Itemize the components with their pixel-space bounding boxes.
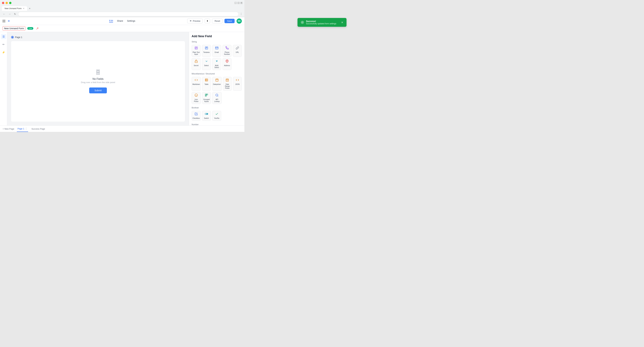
switch-label: Switch: [204, 117, 209, 119]
field-json[interactable]: JSON: [233, 77, 242, 91]
field-switch[interactable]: Switch: [202, 111, 211, 121]
browser-maximize-btn[interactable]: [9, 2, 12, 4]
header-left: ≡: [2, 19, 10, 23]
field-address[interactable]: Address: [222, 58, 232, 70]
phone-number-icon: [226, 46, 229, 50]
select-icon: [205, 59, 208, 64]
field-plain-text-input[interactable]: Plain Text Input: [192, 45, 200, 57]
markdown-icon: [194, 78, 198, 82]
svg-point-33: [206, 114, 207, 114]
sidebar-icon-code[interactable]: ⚡: [1, 50, 6, 55]
header-right: 👁 Preview ⬆ Reset Save BB: [187, 18, 242, 24]
grid-icon[interactable]: [2, 20, 6, 22]
browser-tab[interactable]: New Unmand Form ✕: [2, 6, 27, 11]
sidebar-icon-style[interactable]: ✏: [1, 42, 6, 47]
nav-back-btn[interactable]: ←: [2, 12, 6, 16]
browser-chrome: – □ ✕ New Unmand Form ✕ + ← → ↻ ⋮: [0, 0, 244, 17]
textarea-label: Textarea: [203, 51, 210, 53]
header-center-nav: Edit Share Settings: [109, 19, 135, 23]
field-api-lookup[interactable]: API Lookup: [212, 92, 222, 104]
tab-close-icon[interactable]: ✕: [23, 7, 24, 10]
checkbox-icon: [194, 112, 198, 116]
url-icon: [236, 46, 239, 50]
right-panel: Add New Field String Plain Text Input Te…: [189, 32, 244, 125]
svg-rect-29: [205, 95, 206, 96]
tab-add-btn[interactable]: +: [28, 6, 32, 10]
success-page-tab[interactable]: Success Page: [31, 126, 46, 131]
section-label-number: Number: [192, 123, 242, 125]
email-label: Email: [215, 51, 219, 53]
nav-settings-tab[interactable]: Settings: [127, 19, 135, 22]
arrow-indicator: ↗: [36, 26, 39, 30]
tab-label: New Unmand Form: [4, 7, 22, 10]
nav-edit-tab[interactable]: Edit: [109, 19, 113, 23]
submit-button[interactable]: Submit: [89, 87, 107, 93]
page1-tab-dots[interactable]: ⋮: [25, 127, 28, 130]
page-radio-inner: [12, 36, 13, 38]
reset-button[interactable]: Reset: [212, 18, 222, 23]
icon-picker-icon: [194, 93, 198, 98]
browser-win-controls: – □ ✕: [234, 2, 242, 4]
email-icon: [215, 46, 218, 50]
form-title-bar: New Unmand Form Live ↗: [0, 25, 244, 32]
nav-reload-btn[interactable]: ↻: [13, 12, 17, 16]
win-restore-btn[interactable]: □: [238, 2, 240, 4]
svg-point-24: [195, 94, 198, 97]
field-secret[interactable]: Secret: [192, 58, 200, 70]
page-radio[interactable]: [11, 36, 14, 38]
browser-titlebar: – □ ✕: [0, 0, 244, 6]
win-close-btn[interactable]: ✕: [240, 2, 242, 4]
multi-select-icon: [215, 59, 218, 64]
switch-icon: [205, 112, 208, 116]
field-datepicker[interactable]: Datepicker: [212, 77, 222, 91]
field-date-range-picker[interactable]: Date Range Picker: [223, 77, 232, 91]
canvas-area: Page 1 🗄 No Fields Drag over a field fro…: [7, 32, 189, 125]
field-multi-select[interactable]: Multi Select: [212, 58, 221, 70]
field-checkbox[interactable]: Checkbox: [192, 111, 200, 121]
field-phone-number[interactable]: Phone Number: [222, 45, 232, 57]
bottom-tabs: + New Page Page 1 ⋮ Success Page: [0, 125, 244, 132]
browser-minimize-btn[interactable]: [6, 2, 8, 4]
field-email[interactable]: Email: [212, 45, 221, 57]
secret-icon: [194, 59, 198, 64]
svg-point-10: [226, 60, 228, 61]
no-fields-title: No Fields: [92, 77, 104, 80]
field-textarea[interactable]: Textarea: [202, 45, 211, 57]
sidebar-icon-pages[interactable]: ☰: [1, 34, 6, 39]
no-fields-subtitle: Drag over a field from the side panel: [81, 81, 115, 84]
string-fields-grid: Plain Text Input Textarea Email: [192, 45, 242, 70]
field-select[interactable]: Select: [202, 58, 211, 70]
svg-rect-27: [205, 94, 206, 95]
field-table[interactable]: Table: [202, 77, 211, 91]
omnibar-input[interactable]: [18, 12, 238, 16]
page1-tab[interactable]: Page 1 ⋮: [17, 126, 28, 132]
browser-close-btn[interactable]: [2, 2, 4, 4]
svg-rect-11: [205, 79, 208, 81]
win-minimize-btn[interactable]: –: [234, 2, 236, 4]
main-content: ☰ ✏ ⚡ Page 1 🗄 No Fields Drag over a fie…: [0, 32, 244, 125]
api-lookup-label: API Lookup: [213, 99, 221, 102]
no-fields-icon: 🗄: [96, 69, 101, 75]
markdown-label: Markdown: [192, 83, 200, 85]
field-markdown[interactable]: Markdown: [192, 77, 201, 91]
field-icon-picker[interactable]: Icon Picker: [192, 92, 201, 104]
checkbox-label: Checkbox: [192, 117, 200, 119]
new-page-tab[interactable]: + New Page: [2, 128, 14, 130]
section-label-string: String: [192, 41, 242, 43]
app-logo: ≡: [8, 19, 10, 23]
save-button[interactable]: Save: [224, 19, 234, 23]
nav-forward-btn[interactable]: →: [8, 12, 12, 16]
nav-share-tab[interactable]: Share: [117, 19, 123, 22]
yes-no-label: Yes/No: [214, 117, 220, 119]
share-icon-button[interactable]: ⬆: [205, 18, 210, 23]
field-yes-no[interactable]: Yes/No: [212, 111, 221, 121]
svg-rect-9: [195, 61, 197, 62]
textarea-icon: [205, 46, 208, 50]
datepicker-icon: [215, 78, 218, 82]
browser-menu-btn[interactable]: ⋮: [240, 12, 242, 15]
form-name-label: New Unmand Form: [2, 26, 25, 30]
field-grouped-inputs[interactable]: Grouped Inputs: [202, 92, 211, 104]
field-url[interactable]: URL: [233, 45, 242, 57]
svg-point-30: [216, 94, 218, 96]
preview-button[interactable]: 👁 Preview: [187, 18, 203, 23]
